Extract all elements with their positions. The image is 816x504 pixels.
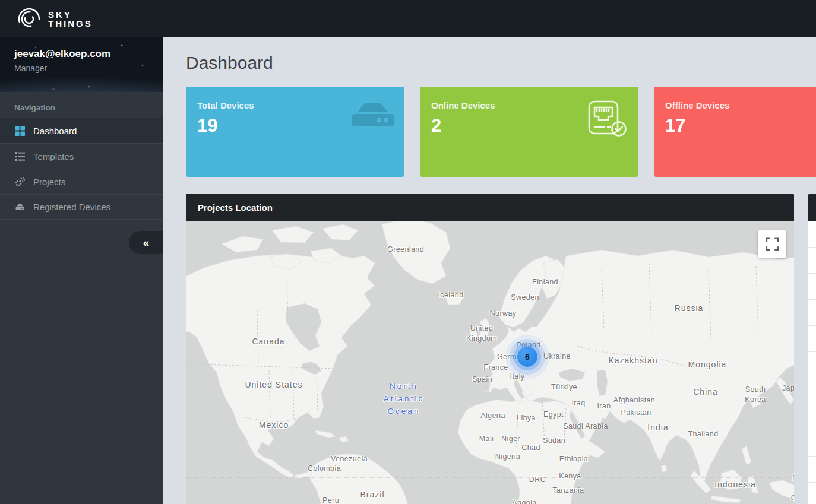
stat-card-value: 17 xyxy=(665,115,685,137)
stat-card-label: Offline Devices xyxy=(665,100,729,110)
sidebar-item-dashboard[interactable]: Dashboard xyxy=(0,118,163,143)
sidebar-item-label: Projects xyxy=(33,177,65,187)
sidebar-collapse-button[interactable]: « xyxy=(129,231,163,254)
device-icon xyxy=(14,201,26,213)
fullscreen-button[interactable] xyxy=(758,230,786,258)
brand-logo[interactable]: SKY THINGS xyxy=(15,5,93,33)
world-map[interactable]: GreenlandIcelandFinlandSwedenNorwayUnite… xyxy=(186,221,794,504)
brand-name: SKY THINGS xyxy=(48,10,93,28)
projects-location-panel: Projects Location xyxy=(186,194,794,504)
sidebar-item-label: Templates xyxy=(33,151,74,161)
nav-list: Dashboard Templates Projects Registered … xyxy=(0,118,163,220)
side-panel-partial xyxy=(808,194,816,504)
panel-title: Projects Location xyxy=(198,202,273,213)
stat-card-label: Total Devices xyxy=(197,100,254,110)
fullscreen-icon xyxy=(764,236,780,252)
side-panel-rows xyxy=(808,221,816,504)
page-title: Dashboard xyxy=(186,53,816,73)
stat-card-online-devices: Online Devices 2 xyxy=(420,87,638,177)
stat-card-offline-devices: Offline Devices 17 xyxy=(654,87,816,177)
stat-card-total-devices: Total Devices 19 xyxy=(186,87,404,177)
sidebar-item-projects[interactable]: Projects xyxy=(0,169,163,194)
sidebar-item-label: Dashboard xyxy=(33,126,77,136)
stat-card-label: Online Devices xyxy=(431,100,495,110)
user-role: Manager xyxy=(14,64,149,73)
side-panel-header xyxy=(808,194,816,221)
stat-card-value: 19 xyxy=(197,115,217,137)
stat-cards-row: Total Devices 19 Online Devices 2 xyxy=(186,87,816,177)
sidebar-item-templates[interactable]: Templates xyxy=(0,143,163,169)
panel-header: Projects Location xyxy=(186,194,794,221)
list-icon xyxy=(14,151,26,162)
stat-card-value: 2 xyxy=(431,115,441,137)
user-block: jeevak@elkoep.com Manager xyxy=(0,37,163,92)
gears-icon xyxy=(14,176,26,188)
ethernet-check-icon xyxy=(587,100,628,138)
world-map-land xyxy=(186,221,794,504)
sidebar-item-registered-devices[interactable]: Registered Devices xyxy=(0,194,163,220)
top-bar: SKY THINGS xyxy=(0,0,816,37)
user-email: jeevak@elkoep.com xyxy=(14,48,149,60)
orbit-logo-icon xyxy=(15,5,43,33)
sidebar-item-label: Registered Devices xyxy=(33,202,110,212)
grid-icon xyxy=(14,125,26,137)
nav-section-label: Navigation xyxy=(0,92,163,118)
main-content: Dashboard Total Devices 19 Online Device… xyxy=(163,37,816,504)
cluster-count: 6 xyxy=(525,352,530,362)
device-icon xyxy=(347,100,394,131)
sidebar: jeevak@elkoep.com Manager Navigation Das… xyxy=(0,37,163,504)
cluster-marker[interactable]: 6 xyxy=(517,347,537,367)
app-root: SKY THINGS jeevak@elkoep.com Manager Nav… xyxy=(0,0,816,504)
